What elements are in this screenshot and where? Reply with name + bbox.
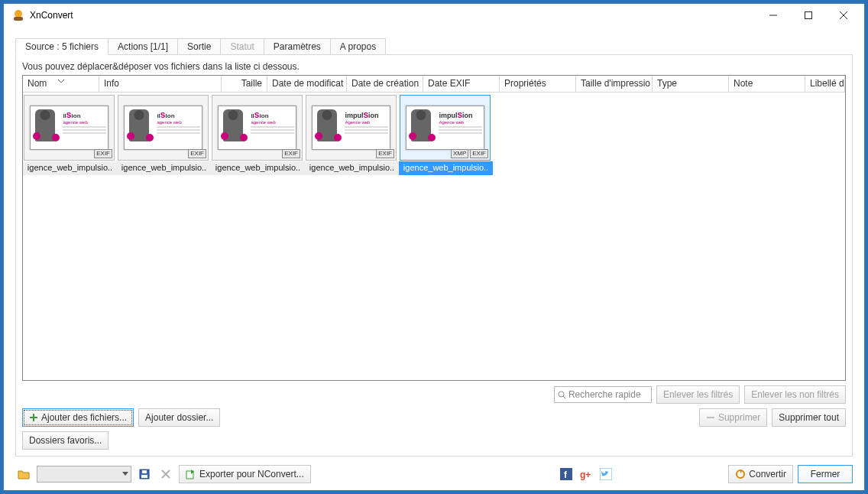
titlebar: XnConvert [4, 4, 864, 27]
thumbnail-image: impulsionAgence web [406, 106, 484, 150]
maximize-button[interactable] [791, 4, 826, 27]
delete-button[interactable]: Supprimer [699, 408, 767, 427]
drop-hint: Vous pouvez déplacer&déposer vos fichier… [22, 61, 846, 72]
export-nconvert-button[interactable]: Exporter pour NConvert... [179, 465, 311, 483]
tab-sortie[interactable]: Sortie [177, 38, 221, 55]
exif-badge: EXIF [282, 149, 300, 158]
social-links: f g+ [560, 468, 612, 480]
close-button[interactable] [826, 4, 861, 27]
search-placeholder: Recherche rapide [568, 389, 641, 400]
remove-unfiltered-button[interactable]: Enlever les non filtrés [744, 385, 846, 404]
delete-preset-button[interactable] [157, 466, 174, 483]
file-thumbnail[interactable]: ilsionagence web EXIF igence_web_impulsi… [211, 94, 305, 175]
svg-rect-13 [141, 475, 147, 478]
tab-parametres[interactable]: Paramètres [264, 38, 331, 55]
googleplus-icon[interactable]: g+ [580, 468, 592, 480]
svg-text:g+: g+ [580, 470, 591, 480]
chevron-down-icon [122, 472, 128, 476]
thumbnail-area[interactable]: ilsionagence web EXIF igence_web_impulsi… [23, 93, 845, 380]
col-tailleimp[interactable]: Taille d'impressio [576, 76, 653, 92]
svg-rect-14 [142, 470, 147, 473]
remove-filtered-button[interactable]: Enlever les filtrés [656, 385, 740, 404]
file-thumbnail[interactable]: ilsionagence web EXIF igence_web_impulsi… [117, 94, 211, 175]
delete-icon [161, 470, 170, 479]
window-title: XnConvert [30, 10, 73, 21]
tab-source[interactable]: Source : 5 fichiers [15, 38, 108, 55]
svg-point-6 [559, 392, 564, 397]
convert-button[interactable]: Convertir [728, 465, 793, 483]
tab-apropos[interactable]: A propos [330, 38, 386, 55]
sort-indicator-icon [58, 76, 64, 86]
thumbnail-image: impulsionAgence web [312, 106, 390, 150]
svg-rect-3 [805, 12, 812, 19]
thumbnail-frame: impulsionAgence web XMPEXIF [400, 95, 491, 161]
add-files-button[interactable]: Ajouter des fichiers... [22, 408, 134, 427]
file-thumbnail[interactable]: impulsionAgence web XMPEXIF igence_web_i… [399, 94, 493, 175]
folder-icon [18, 469, 30, 479]
exif-badge: EXIF [94, 149, 112, 158]
facebook-icon[interactable]: f [560, 468, 572, 480]
thumbnail-caption: igence_web_impulsio.. [211, 161, 305, 175]
search-icon [558, 391, 566, 399]
search-input[interactable]: Recherche rapide [554, 386, 652, 403]
thumbnail-caption: igence_web_impulsio.. [399, 161, 493, 175]
add-folder-button[interactable]: Ajouter dossier... [138, 408, 220, 427]
favorite-folders-button[interactable]: Dossiers favoris... [22, 431, 108, 450]
col-taille[interactable]: Taille [222, 76, 267, 92]
exif-badge: EXIF [188, 149, 206, 158]
content-area: Source : 5 fichiers Actions [1/1] Sortie… [4, 27, 864, 463]
delete-label: Supprimer [718, 412, 760, 423]
main-window: XnConvert Source : 5 fichiers Actions [1… [3, 3, 865, 491]
export-label: Exporter pour NConvert... [199, 469, 304, 479]
add-files-label: Ajouter des fichiers... [41, 412, 127, 423]
file-thumbnail[interactable]: impulsionAgence web EXIF igence_web_impu… [305, 94, 399, 175]
minus-icon [706, 414, 715, 421]
favorites-row: Dossiers favoris... [22, 431, 846, 450]
svg-marker-11 [122, 472, 128, 476]
exif-badge: XMPEXIF [451, 149, 488, 158]
convert-label: Convertir [749, 469, 786, 479]
col-datecre[interactable]: Date de création [347, 76, 423, 92]
col-type[interactable]: Type [653, 76, 729, 92]
col-info[interactable]: Info [99, 76, 222, 92]
thumbnail-image: ilsionagence web [218, 106, 296, 150]
svg-line-7 [563, 396, 565, 398]
open-folder-button[interactable] [15, 466, 32, 483]
twitter-icon[interactable] [600, 468, 612, 480]
file-thumbnail[interactable]: ilsionagence web EXIF igence_web_impulsi… [23, 94, 117, 175]
tab-actions[interactable]: Actions [1/1] [108, 38, 178, 55]
close-app-button[interactable]: Fermer [798, 465, 853, 483]
thumbnail-frame: impulsionAgence web EXIF [306, 95, 397, 161]
preset-combo[interactable] [37, 466, 131, 483]
col-nom[interactable]: Nom [23, 76, 99, 92]
exif-badge: EXIF [376, 149, 394, 158]
save-preset-button[interactable] [136, 466, 153, 483]
column-headers: Nom Info Taille Date de modificat Date d… [23, 76, 845, 93]
minimize-button[interactable] [756, 4, 791, 27]
delete-all-button[interactable]: Supprimer tout [772, 408, 846, 427]
col-libelle[interactable]: Libellé de cou [805, 76, 845, 92]
export-icon [186, 469, 196, 479]
col-datemod[interactable]: Date de modificat [267, 76, 347, 92]
app-icon [11, 8, 25, 22]
thumbnail-frame: ilsionagence web EXIF [212, 95, 303, 161]
filter-row: Recherche rapide Enlever les filtrés Enl… [22, 385, 846, 404]
col-dateexif[interactable]: Date EXIF [423, 76, 500, 92]
col-note[interactable]: Note [729, 76, 805, 92]
thumbnail-caption: igence_web_impulsio.. [23, 161, 117, 175]
footer-toolbar: Exporter pour NConvert... f g+ Convertir… [4, 463, 864, 490]
svg-rect-10 [707, 417, 714, 418]
tab-statut[interactable]: Statut [220, 38, 264, 55]
thumbnail-caption: igence_web_impulsio.. [117, 161, 211, 175]
convert-icon [735, 469, 746, 479]
col-proprietes[interactable]: Propriétés [500, 76, 576, 92]
thumbnail-frame: ilsionagence web EXIF [24, 95, 115, 161]
svg-rect-9 [30, 417, 37, 418]
svg-point-0 [15, 10, 22, 18]
file-list: Nom Info Taille Date de modificat Date d… [22, 75, 846, 381]
tab-bar: Source : 5 fichiers Actions [1/1] Sortie… [15, 38, 853, 55]
plus-icon [29, 413, 38, 422]
tab-panel-source: Vous pouvez déplacer&déposer vos fichier… [15, 54, 853, 457]
thumbnail-frame: ilsionagence web EXIF [118, 95, 209, 161]
thumbnail-image: ilsionagence web [124, 106, 202, 150]
